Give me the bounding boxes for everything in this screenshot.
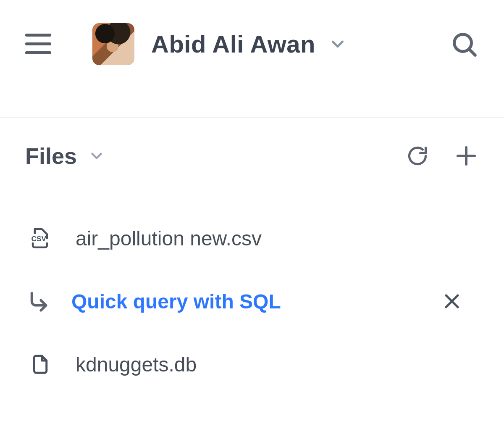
- file-item[interactable]: kdnuggets.db: [25, 333, 479, 396]
- csv-file-icon: CSV: [25, 226, 55, 250]
- close-button[interactable]: [442, 291, 479, 311]
- file-name-label: Quick query with SQL: [71, 290, 281, 313]
- sub-header-bar: [0, 88, 504, 118]
- files-dropdown[interactable]: Files: [25, 143, 105, 169]
- file-item[interactable]: CSV air_pollution new.csv: [25, 207, 479, 270]
- file-item-quick-query[interactable]: Quick query with SQL: [25, 270, 479, 333]
- svg-text:CSV: CSV: [31, 234, 46, 243]
- reply-arrow-icon: [25, 289, 55, 313]
- account-switcher[interactable]: Abid Ali Awan: [151, 30, 347, 58]
- add-button[interactable]: [454, 143, 479, 169]
- files-panel: Files CSV air_polluti: [0, 118, 504, 396]
- files-title-label: Files: [25, 143, 77, 169]
- file-name-label: air_pollution new.csv: [76, 227, 262, 250]
- hamburger-menu-button[interactable]: [25, 29, 55, 59]
- files-panel-header: Files: [25, 143, 479, 169]
- chevron-down-icon: [88, 147, 105, 165]
- username-label: Abid Ali Awan: [151, 30, 315, 58]
- avatar[interactable]: [92, 23, 134, 65]
- search-button[interactable]: [449, 29, 479, 59]
- file-name-label: kdnuggets.db: [76, 353, 197, 376]
- chevron-down-icon: [328, 34, 347, 54]
- file-icon: [25, 353, 55, 376]
- svg-line-1: [469, 49, 475, 55]
- app-header: Abid Ali Awan: [0, 0, 504, 88]
- refresh-button[interactable]: [407, 145, 428, 167]
